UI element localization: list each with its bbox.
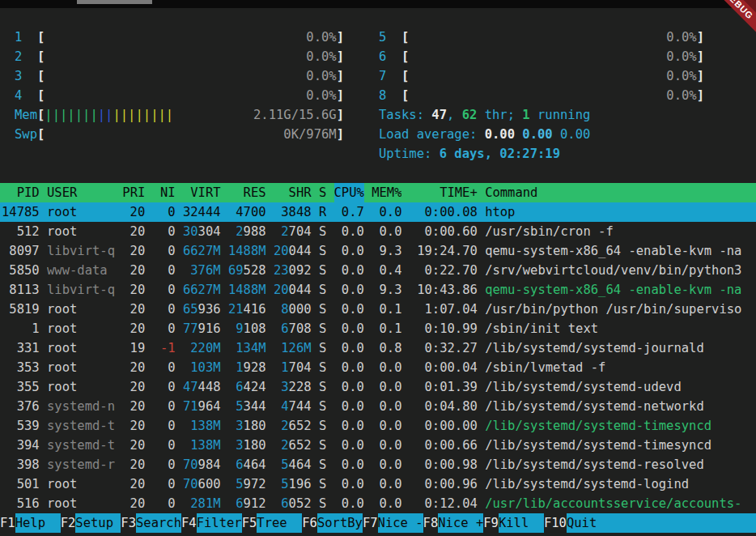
cell-ni: 0	[153, 494, 176, 513]
fnlabel-search[interactable]: Search	[136, 513, 181, 533]
fnkey-f9[interactable]: F9	[483, 513, 499, 533]
cell-shr-lo: 464	[289, 457, 312, 472]
fnkey-f10[interactable]: F10	[544, 513, 567, 533]
process-row-353[interactable]: 353root200103M19281704S0.00.00:00.04/sbi…	[0, 358, 756, 377]
cell-pri: 20	[122, 397, 145, 416]
header-cell-pid[interactable]: PID	[2, 183, 40, 202]
cell-shr-lo: 044	[289, 244, 312, 258]
cell-ni: 0	[153, 436, 176, 455]
header-cell-cpu[interactable]: CPU%	[334, 183, 364, 202]
fnlabel-quit[interactable]: Quit	[567, 513, 756, 533]
cell-pri: 19	[122, 338, 145, 358]
cell-res: 6424	[228, 377, 266, 397]
header-cell-time[interactable]: TIME+	[410, 183, 478, 202]
fnlabel-nice[interactable]: Nice +	[438, 513, 483, 533]
tasks-label: Tasks:	[379, 108, 431, 122]
tasks-separator: ,	[447, 108, 462, 122]
cell-shr: 4744	[274, 397, 312, 416]
cell-res-lo: 344	[244, 399, 266, 414]
cell-virt-hi: 77	[183, 321, 198, 336]
process-row-394[interactable]: 394systemd-t200138M31802652S0.00.00:00.6…	[0, 436, 756, 455]
header-cell-res[interactable]: RES	[228, 183, 266, 202]
fnlabel-setup[interactable]: Setup	[75, 513, 121, 533]
process-row-8097[interactable]: 8097libvirt-q2006627M1488M20044S0.09.319…	[0, 241, 756, 261]
window-tab[interactable]	[77, 0, 152, 4]
fnkey-f2[interactable]: F2	[61, 513, 76, 533]
cell-state: R	[319, 202, 326, 222]
cell-mem: 9.3	[372, 241, 401, 261]
header-cell-pri[interactable]: PRI	[122, 183, 145, 202]
cpu-meter-id: 2	[15, 47, 37, 66]
mem-bar-pipe-yellow: |	[135, 108, 142, 122]
process-row-512[interactable]: 512root2003030429882704S0.00.00:00.60/us…	[0, 222, 756, 241]
mem-label: Mem	[15, 105, 37, 125]
swap-bracket-close: ]	[337, 125, 344, 144]
fnkey-f1[interactable]: F1	[0, 513, 15, 533]
cell-pid: 398	[2, 455, 40, 474]
cell-state: S	[319, 436, 326, 455]
header-cell-command[interactable]: Command	[485, 183, 756, 202]
fnlabel-filter[interactable]: Filter	[197, 513, 242, 533]
cpu-meter-bracket-close: ]	[337, 28, 344, 47]
cell-state: S	[319, 241, 326, 261]
cell-command: /usr/bin/python /usr/bin/superviso	[485, 300, 756, 319]
cell-mem: 9.3	[372, 280, 401, 300]
cpu-meter-id: 7	[379, 66, 401, 86]
process-row-5850[interactable]: 5850www-data200376M6952823092S0.00.40:22…	[0, 261, 756, 280]
cell-virt-value: 103M	[190, 360, 220, 375]
cpu-meter-value: 0.0%	[666, 47, 696, 66]
cell-user: www-data	[47, 261, 115, 280]
process-row-355[interactable]: 355root2004744864243228S0.00.00:01.39/li…	[0, 377, 756, 397]
cpu-meter-7: 7[0.0%]	[379, 66, 704, 86]
process-row-8113[interactable]: 8113libvirt-q2006627M1488M20044S0.09.310…	[0, 280, 756, 300]
fnlabel-kill[interactable]: Kill	[499, 513, 544, 533]
cell-shr: 5196	[274, 474, 312, 494]
swap-label: Swp	[15, 125, 37, 144]
fnkey-f8[interactable]: F8	[423, 513, 439, 533]
fnkey-f7[interactable]: F7	[363, 513, 378, 533]
mem-bar-pipe-yellow: |	[143, 108, 151, 122]
cell-command: qemu-system-x86_64 -enable-kvm -na	[485, 280, 756, 300]
cell-time: 0:22.70	[410, 261, 478, 280]
fnkey-f6[interactable]: F6	[302, 513, 317, 533]
process-row-398[interactable]: 398systemd-r2007098464645464S0.00.00:00.…	[0, 455, 756, 474]
cell-cpu: 0.0	[334, 261, 364, 280]
header-cell-user[interactable]: USER	[47, 183, 115, 202]
cell-res: 9108	[228, 319, 266, 338]
cpu-meter-bracket-close: ]	[337, 66, 344, 86]
cell-virt: 138M	[183, 416, 221, 436]
header-cell-virt[interactable]: VIRT	[183, 183, 221, 202]
mem-meter: Mem[|||||||||||||||||2.11G/15.6G]	[15, 105, 344, 125]
fnkey-f3[interactable]: F3	[121, 513, 136, 533]
header-cell-mem[interactable]: MEM%	[372, 183, 401, 202]
cpu-meter-4: 4[0.0%]	[15, 86, 344, 105]
cell-pid: 8097	[2, 241, 40, 261]
process-row-14785[interactable]: 14785root2003244447003848R0.70.00:00.08h…	[0, 202, 756, 222]
cell-res-hi: 4	[236, 205, 243, 219]
fnkey-f5[interactable]: F5	[242, 513, 257, 533]
process-row-1[interactable]: 1root2007791691086708S0.00.10:10.99/sbin…	[0, 319, 756, 338]
cpu-meters-right: 5[0.0%]6[0.0%]7[0.0%]8[0.0%]	[379, 28, 756, 105]
header-cell-shr[interactable]: SHR	[274, 183, 312, 202]
cell-pid: 353	[2, 358, 40, 377]
cell-user: root	[47, 300, 115, 319]
process-row-331[interactable]: 331root19-1220M134M126MS0.00.80:32.27/li…	[0, 338, 756, 358]
tasks-count: 47	[431, 108, 447, 122]
process-row-516[interactable]: 516root200281M69126052S0.00.00:12.04/usr…	[0, 494, 756, 513]
process-row-501[interactable]: 501root2007060059725196S0.00.00:00.96/li…	[0, 474, 756, 494]
process-row-376[interactable]: 376systemd-n2007196453444744S0.00.00:04.…	[0, 397, 756, 416]
fnlabel-help[interactable]: Help	[15, 513, 61, 533]
fnlabel-nice[interactable]: Nice -	[378, 513, 423, 533]
cell-time: 19:24.70	[410, 241, 478, 261]
fnkey-f4[interactable]: F4	[181, 513, 197, 533]
process-table: PIDUSERPRINIVIRTRESSHRSCPU%MEM%TIME+Comm…	[0, 183, 756, 513]
cell-user: root	[47, 338, 115, 358]
cpu-meter-bracket-close: ]	[337, 86, 344, 105]
cpu-meter-1: 1[0.0%]	[15, 28, 344, 47]
header-cell-ni[interactable]: NI	[153, 183, 176, 202]
fnlabel-sortby[interactable]: SortBy	[317, 513, 363, 533]
process-row-5819[interactable]: 5819root20065936214168000S0.00.11:07.04/…	[0, 300, 756, 319]
process-row-539[interactable]: 539systemd-t200138M31802652S0.00.00:00.0…	[0, 416, 756, 436]
header-cell-s[interactable]: S	[319, 183, 326, 202]
fnlabel-tree[interactable]: Tree	[257, 513, 302, 533]
